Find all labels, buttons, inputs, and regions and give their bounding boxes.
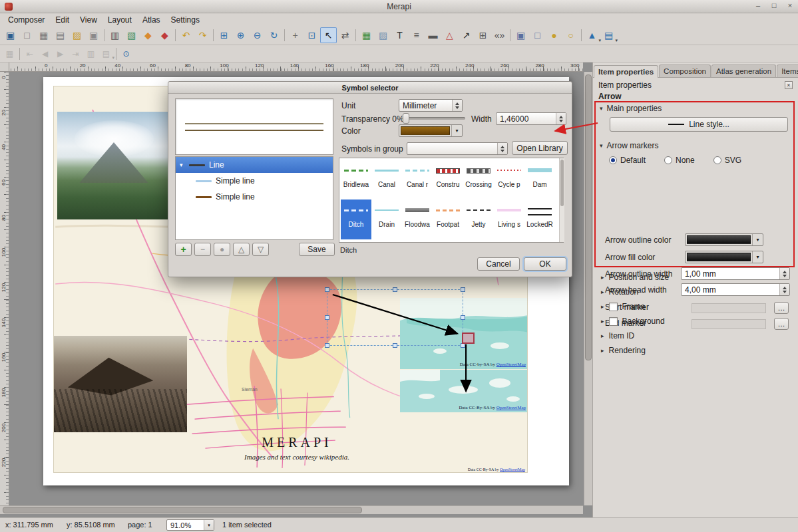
atlas-settings-icon[interactable]: ⊙ — [118, 47, 134, 61]
symbols-group-select[interactable] — [407, 142, 508, 155]
atlas-first-feature-icon[interactable]: ⇤ — [22, 47, 37, 61]
close-icon[interactable]: × — [786, 1, 794, 9]
add-table-icon[interactable]: ⊞ — [475, 27, 491, 43]
add-label-icon[interactable]: T — [391, 27, 408, 43]
undo-icon[interactable]: ↶ — [178, 27, 194, 43]
selection-handle[interactable] — [393, 287, 397, 292]
tree-item-simple-line[interactable]: Simple line — [176, 173, 333, 189]
main-properties-header[interactable]: ▾ Main properties — [600, 104, 662, 113]
menu-layout[interactable]: Layout — [102, 14, 137, 26]
selection-box[interactable] — [327, 289, 463, 346]
transparency-slider[interactable] — [403, 113, 465, 124]
selection-handle[interactable] — [325, 287, 329, 292]
tab-atlas-generation[interactable]: Atlas generation — [711, 65, 776, 77]
selection-handle[interactable] — [325, 343, 329, 348]
arrow-fill-color-button[interactable]: ▾ — [685, 251, 763, 263]
tab-composition[interactable]: Composition — [659, 65, 711, 77]
add-symbol-button[interactable]: + — [175, 243, 192, 256]
unit-select[interactable]: Millimeter — [399, 99, 463, 112]
grid-scrollbar[interactable] — [559, 158, 564, 242]
load-template-icon[interactable]: ▨ — [69, 27, 85, 43]
export-svg-icon[interactable]: ◆ — [140, 27, 156, 43]
ungroup-items-icon[interactable]: □ — [529, 27, 546, 43]
symbol-footpat[interactable]: Footpat — [433, 200, 463, 239]
maximize-icon[interactable]: □ — [770, 1, 778, 9]
selection-handle[interactable] — [461, 343, 465, 348]
atlas-next-feature-icon[interactable]: ▶ — [53, 47, 68, 61]
spinner-arrows-icon[interactable] — [497, 143, 507, 154]
canvas-horizontal-scrollbar[interactable] — [0, 505, 583, 514]
symbol-dam[interactable]: Dam — [524, 160, 555, 200]
move-item-content-icon[interactable]: ⇄ — [337, 27, 353, 43]
symbol-constru[interactable]: Constru — [433, 160, 463, 200]
selection-handle[interactable] — [461, 287, 465, 292]
arrow-outline-color-button[interactable]: ▾ — [685, 233, 763, 246]
selection-handle[interactable] — [393, 343, 397, 348]
lock-symbol-button[interactable]: ● — [214, 243, 230, 256]
scrollbar-thumb[interactable] — [3, 507, 362, 513]
export-atlas-icon[interactable]: ▤▾ — [99, 47, 114, 61]
print-atlas-icon[interactable]: ▥ — [83, 47, 99, 61]
slider-handle[interactable] — [403, 113, 409, 124]
section-background[interactable]: ▸Background — [593, 314, 798, 329]
panel-close-icon[interactable]: × — [785, 81, 793, 89]
new-composition-icon[interactable]: □ — [19, 27, 35, 43]
remove-symbol-button[interactable]: − — [194, 243, 211, 256]
open-library-button[interactable]: Open Library — [512, 141, 568, 155]
zoom-out-icon[interactable]: ⊖ — [249, 27, 266, 43]
symbol-jetty[interactable]: Jetty — [463, 200, 494, 239]
symbol-bridlewa[interactable]: Bridlewa — [341, 160, 371, 200]
width-input[interactable]: 1,46000 — [496, 112, 566, 125]
osm-link[interactable]: OpenStreetMap — [500, 467, 525, 471]
duplicate-composition-icon[interactable]: ▦ — [35, 27, 52, 43]
save-project-icon[interactable]: ▣ — [2, 27, 19, 43]
add-legend-icon[interactable]: ≡ — [408, 27, 425, 43]
symbol-lockedr[interactable]: LockedR — [524, 200, 555, 239]
zoom-level-select[interactable]: 91.0% ▾ — [166, 519, 214, 531]
symbol-ditch[interactable]: Ditch — [341, 200, 371, 239]
symbol-drain[interactable]: Drain — [371, 200, 402, 239]
composition-title[interactable]: MERAPI — [237, 435, 357, 450]
expand-symbols-button[interactable]: ▽ — [252, 243, 269, 256]
refresh-view-icon[interactable]: ↻ — [266, 27, 282, 43]
arrow-markers-header[interactable]: ▾ Arrow markers — [600, 141, 659, 150]
section-item-id[interactable]: ▸Item ID — [593, 329, 798, 343]
tab-items[interactable]: Items — [777, 65, 798, 77]
composition-subtitle[interactable]: Images and text courtesy wikipedia. — [210, 453, 383, 461]
dialog-title[interactable]: Symbol selector — [168, 82, 572, 94]
unlock-items-icon[interactable]: ○ — [562, 27, 579, 43]
highlighted-extent-box[interactable] — [462, 332, 475, 344]
group-items-icon[interactable]: ▣ — [512, 27, 529, 43]
print-icon[interactable]: ▥ — [106, 27, 123, 43]
zoom-region-icon[interactable]: ⊡ — [303, 27, 320, 43]
redo-icon[interactable]: ↷ — [194, 27, 211, 43]
selection-handle[interactable] — [461, 315, 465, 320]
scrollbar-thumb[interactable] — [560, 160, 564, 206]
zoom-full-icon[interactable]: ⊞ — [216, 27, 232, 43]
radio-default[interactable]: Default — [609, 156, 646, 165]
atlas-previous-feature-icon[interactable]: ◀ — [37, 47, 53, 61]
preview-atlas-icon[interactable]: ▦ — [2, 47, 17, 61]
chevron-down-icon[interactable]: ▾ — [752, 251, 763, 263]
composer-manager-icon[interactable]: ▤ — [52, 27, 69, 43]
section-frame[interactable]: ▸Frame — [593, 299, 798, 314]
tree-item-line[interactable]: ▾Line — [176, 157, 333, 173]
spinner-arrows-icon[interactable] — [452, 100, 462, 111]
symbol-crossing[interactable]: Crossing — [463, 160, 494, 200]
section-rendering[interactable]: ▸Rendering — [593, 343, 798, 358]
save-symbol-button[interactable]: Save — [299, 243, 335, 256]
export-pdf-icon[interactable]: ◆ — [156, 27, 173, 43]
symbol-canal-r[interactable]: Canal r — [402, 160, 433, 200]
atlas-last-feature-icon[interactable]: ⇥ — [68, 47, 83, 61]
chevron-down-icon[interactable]: ▾ — [752, 234, 763, 245]
symbol-floodwa[interactable]: Floodwa — [402, 200, 433, 239]
radio-svg[interactable]: SVG — [713, 156, 741, 165]
chevron-down-icon[interactable]: ▾ — [204, 520, 214, 530]
tree-item-simple-line[interactable]: Simple line — [176, 189, 333, 205]
pan-icon[interactable]: + — [287, 27, 303, 43]
tab-item-properties[interactable]: Item properties — [594, 65, 658, 78]
menu-composer[interactable]: Composer — [3, 14, 50, 26]
spinner-arrows-icon[interactable] — [556, 113, 566, 124]
add-shape-icon[interactable]: △ — [441, 27, 458, 43]
menu-atlas[interactable]: Atlas — [137, 14, 166, 26]
